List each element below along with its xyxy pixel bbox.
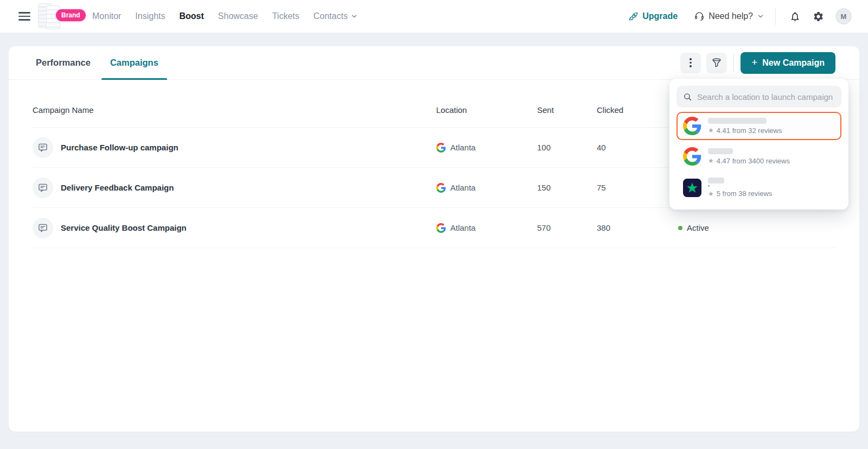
rating-line: ★5 from 38 reviews [708,189,772,198]
campaign-message-icon [33,218,53,238]
location-search-box [676,86,841,107]
nav-item-contacts[interactable]: Contacts [314,11,358,21]
notifications-bell-icon[interactable] [786,7,805,26]
nav-item-monitor[interactable]: Monitor [92,11,121,21]
nav-item-label: Insights [135,11,165,21]
location-label: Atlanta [450,143,476,152]
column-header-sent: Sent [537,105,597,115]
toolbar-divider [733,54,734,72]
nav-item-insights[interactable]: Insights [135,11,165,21]
clicked-cell: 380 [597,223,678,232]
campaign-name-cell: Purchase Follow-up campaign [33,137,436,158]
need-help-label: Need help? [709,11,753,21]
location-label: Atlanta [450,223,476,232]
chevron-down-icon [757,12,764,20]
google-icon [436,223,446,233]
navbar-right: Upgrade Need help? M [628,7,852,26]
plus-icon: + [751,57,757,67]
rating-line: ★4.47 from 3400 reviews [708,157,790,165]
redacted-location-name [708,148,733,154]
location-label: Atlanta [450,183,476,192]
campaign-name: Delivery Feedback Campaign [61,183,174,192]
upgrade-button[interactable]: Upgrade [628,11,678,22]
trustpilot-icon [683,179,701,197]
campaign-message-icon [33,137,53,158]
star-icon: ★ [708,191,714,197]
sent-cell: 150 [537,183,597,192]
column-header-campaign-name: Campaign Name [33,105,436,115]
nav-item-label: Monitor [92,11,121,21]
rating-line: ★4.41 from 32 reviews [708,127,782,135]
hamburger-menu-icon[interactable] [18,12,30,21]
column-header-clicked: Clicked [597,105,678,115]
chevron-down-icon [350,12,358,20]
filter-button[interactable] [706,53,727,73]
campaign-name-cell: Service Quality Boost Campaign [33,218,436,238]
rocket-icon [628,11,639,22]
nav-item-boost[interactable]: Boost [180,11,204,21]
campaign-name: Purchase Follow-up campaign [61,143,178,152]
settings-gear-icon[interactable] [809,7,828,26]
sent-cell: 570 [537,223,597,232]
campaign-name: Service Quality Boost Campaign [61,223,187,232]
location-option[interactable]: ★4.41 from 32 reviews [676,112,841,140]
campaign-name-cell: Delivery Feedback Campaign [33,178,436,198]
tabs: PerformanceCampaigns [27,46,169,79]
sent-cell: 100 [537,143,597,152]
top-navbar: Brand MonitorInsightsBoostShowcaseTicket… [0,0,868,33]
new-campaign-button[interactable]: + New Campaign [741,52,835,74]
campaigns-card: PerformanceCampaigns + New Campaign Camp… [9,46,859,432]
location-cell: Atlanta [436,143,537,153]
need-help-button[interactable]: Need help? [694,11,764,22]
location-cell: Atlanta [436,183,537,193]
navbar-divider [775,8,776,25]
nav-item-label: Boost [180,11,204,21]
rating-text: 4.41 from 32 reviews [717,127,782,135]
card-toolbar: + New Campaign [675,52,835,74]
star-icon: ★ [708,157,714,164]
column-header-location: Location [436,105,537,115]
status-dot [678,226,682,230]
google-icon [436,143,446,153]
redacted-location-name [708,178,724,184]
status-badge: Active [687,223,709,232]
brand-badge: Brand [56,9,86,21]
status-cell: Active [678,223,835,232]
main-nav: MonitorInsightsBoostShowcaseTicketsConta… [92,11,372,21]
location-option[interactable]: ★4.47 from 3400 reviews [676,142,841,170]
location-search-input[interactable] [697,92,835,102]
clicked-cell: 75 [597,183,678,192]
location-options-list: ★4.41 from 32 reviews★4.47 from 3400 rev… [676,112,841,203]
search-icon [683,92,692,102]
location-option-text: ★4.47 from 3400 reviews [708,148,790,165]
location-option-text: ★4.41 from 32 reviews [708,118,782,135]
tab-campaigns[interactable]: Campaigns [101,46,167,79]
tabs-row: PerformanceCampaigns + New Campaign [9,46,859,80]
table-row[interactable]: Service Quality Boost CampaignAtlanta570… [33,208,835,248]
kebab-icon [690,58,692,67]
google-icon [683,117,701,135]
redacted-location-name [708,118,767,124]
star-icon: ★ [708,127,714,134]
rating-text: 5 from 38 reviews [717,189,773,198]
rating-text: 4.47 from 3400 reviews [717,157,790,165]
google-icon [683,147,701,166]
campaign-message-icon [33,178,53,198]
headset-icon [694,11,705,22]
nav-item-label: Showcase [218,11,258,21]
upgrade-label: Upgrade [642,11,678,21]
more-options-kebab-button[interactable] [680,53,701,73]
nav-item-showcase[interactable]: Showcase [218,11,258,21]
app-logo: Brand [38,1,80,32]
nav-item-tickets[interactable]: Tickets [272,11,299,21]
new-campaign-label: New Campaign [762,58,825,68]
nav-item-label: Contacts [314,11,348,21]
location-dropdown-panel: ★4.41 from 32 reviews★4.47 from 3400 rev… [669,79,848,210]
google-icon [436,183,446,193]
funnel-filter-icon [711,57,723,69]
nav-item-label: Tickets [272,11,299,21]
user-avatar[interactable]: M [835,8,852,24]
location-option-text: ★5 from 38 reviews [708,178,772,198]
tab-performance[interactable]: Performance [27,46,99,79]
location-option[interactable]: ★5 from 38 reviews [676,173,841,203]
